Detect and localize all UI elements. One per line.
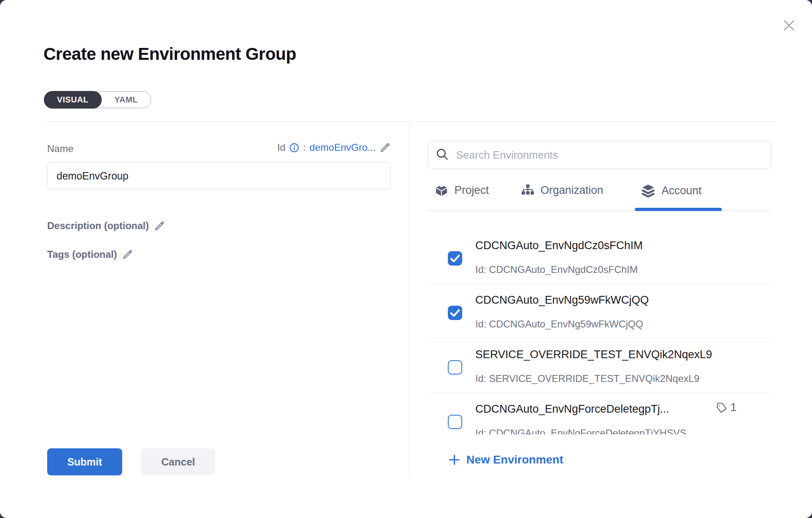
- tag-icon: [716, 402, 727, 413]
- description-section: Description (optional): [47, 220, 165, 232]
- id-label: Id: [277, 142, 285, 153]
- environment-row[interactable]: SERVICE_OVERRIDE_TEST_ENVQik2NqexL9 Id: …: [428, 339, 771, 393]
- tab-organization[interactable]: Organization: [521, 184, 603, 197]
- name-input[interactable]: [47, 162, 390, 189]
- visual-yaml-toggle: VISUAL YAML: [44, 91, 151, 108]
- toggle-visual[interactable]: VISUAL: [44, 91, 102, 109]
- environment-name: CDCNGAuto_EnvNgdCz0sFChIM: [475, 239, 643, 252]
- tags-section: Tags (optional): [47, 249, 133, 260]
- edit-tags-pencil-icon[interactable]: [122, 249, 133, 260]
- environment-checkbox-unchecked[interactable]: [448, 360, 462, 375]
- tag-count: 1: [730, 401, 737, 414]
- new-environment-label: New Environment: [466, 453, 563, 466]
- environment-id-clipped: Id: CDCNGAuto_EnvNgForceDeletegpTjYHSVS: [475, 427, 687, 434]
- plus-icon: [448, 454, 461, 466]
- name-label: Name: [47, 143, 73, 154]
- check-icon: [448, 306, 462, 320]
- environment-list: CDCNGAuto_EnvNgdCz0sFChIM Id: CDCNGAuto_…: [428, 223, 771, 434]
- environment-row[interactable]: CDCNGAuto_EnvNgdCz0sFChIM Id: CDCNGAuto_…: [428, 229, 771, 284]
- check-icon: [448, 251, 462, 266]
- environment-name: CDCNGAuto_EnvNg59wFkWCjQQ: [475, 294, 649, 307]
- edit-id-pencil-icon[interactable]: [379, 142, 390, 153]
- header-divider: [44, 121, 776, 122]
- environment-id: Id: CDCNGAuto_EnvNg59wFkWCjQQ: [475, 318, 643, 330]
- active-tab-indicator: [635, 208, 722, 211]
- submit-button[interactable]: Submit: [47, 448, 122, 475]
- environment-checkbox-checked[interactable]: [448, 251, 462, 266]
- environment-name: CDCNGAuto_EnvNgForceDeletegpTj...: [475, 403, 669, 416]
- environment-id: Id: SERVICE_OVERRIDE_TEST_ENVQik2NqexL9: [475, 373, 699, 384]
- environment-id: Id: CDCNGAuto_EnvNgdCz0sFChIM: [475, 264, 638, 275]
- environment-name: SERVICE_OVERRIDE_TEST_ENVQik2NqexL9: [475, 348, 712, 361]
- panel-divider: [409, 122, 409, 478]
- toggle-yaml[interactable]: YAML: [101, 91, 151, 108]
- tag-count-badge: 1: [716, 401, 737, 414]
- tab-project-label: Project: [454, 184, 489, 197]
- layers-icon: [641, 184, 655, 198]
- id-value-link[interactable]: demoEnvGro...: [310, 142, 376, 153]
- tab-account[interactable]: Account: [641, 184, 702, 198]
- close-icon[interactable]: [781, 17, 797, 34]
- tab-organization-label: Organization: [541, 184, 603, 197]
- description-label: Description (optional): [47, 220, 149, 232]
- tab-project[interactable]: Project: [435, 184, 489, 197]
- scope-tabs: Project Organization Account: [428, 180, 771, 211]
- search-input[interactable]: [428, 141, 771, 169]
- cancel-button[interactable]: Cancel: [141, 448, 215, 475]
- tags-label: Tags (optional): [47, 249, 117, 260]
- create-environment-group-dialog: Create new Environment Group VISUAL YAML…: [0, 0, 812, 518]
- edit-description-pencil-icon[interactable]: [154, 220, 165, 232]
- tab-account-label: Account: [661, 184, 702, 197]
- dialog-title: Create new Environment Group: [43, 44, 296, 64]
- cube-icon: [435, 184, 448, 197]
- environment-checkbox-checked[interactable]: [448, 306, 462, 320]
- environment-row[interactable]: CDCNGAuto_EnvNg59wFkWCjQQ Id: CDCNGAuto_…: [428, 284, 771, 339]
- environment-checkbox-unchecked[interactable]: [448, 415, 462, 429]
- sitemap-icon: [521, 184, 534, 197]
- new-environment-button[interactable]: New Environment: [448, 453, 563, 466]
- entity-id-row: Id : demoEnvGro...: [277, 142, 390, 153]
- info-icon[interactable]: [289, 143, 299, 153]
- environment-row[interactable]: CDCNGAuto_EnvNgForceDeletegpTj... 1 Id: …: [428, 393, 771, 434]
- id-colon: :: [303, 142, 306, 153]
